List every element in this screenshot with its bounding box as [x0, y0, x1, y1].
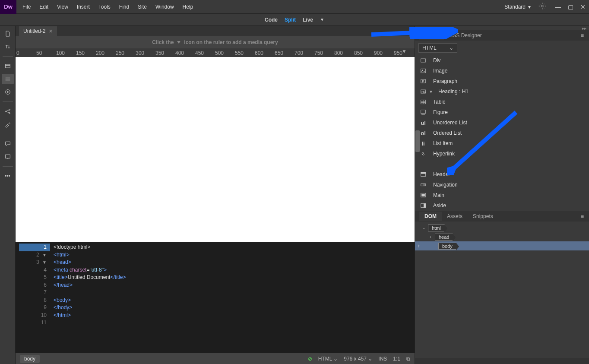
dom-node-body[interactable]: +body: [415, 241, 589, 250]
insert-table[interactable]: Table: [415, 97, 589, 107]
menu-insert[interactable]: Insert: [73, 0, 94, 14]
dom-node-head[interactable]: ›head: [415, 232, 589, 241]
insert-heading[interactable]: H1▾Heading : H1: [415, 86, 589, 97]
menu-tools[interactable]: Tools: [94, 0, 115, 14]
ruler-tick: 150: [76, 50, 85, 56]
tab-css-designer[interactable]: CSS Designer: [444, 31, 487, 40]
menu-window[interactable]: Window: [151, 0, 178, 14]
svg-rect-23: [424, 203, 425, 207]
main-icon: [419, 191, 427, 199]
insert-hyperlink[interactable]: Hyperlink: [415, 149, 589, 159]
heading-icon: H1: [419, 88, 427, 95]
close-button[interactable]: ✕: [580, 3, 586, 10]
paragraph-icon: P: [419, 77, 427, 85]
caret-right-icon[interactable]: ›: [428, 234, 433, 239]
workspace-switcher[interactable]: Standard ▾: [501, 4, 534, 10]
code-content[interactable]: <!doctype html> <html> <head> <meta char…: [50, 242, 415, 353]
view-split[interactable]: Split: [285, 17, 296, 23]
status-lang[interactable]: HTML ⌄: [318, 356, 338, 362]
expand-icon[interactable]: [2, 61, 14, 71]
insert-header[interactable]: Header: [415, 169, 589, 180]
aside-icon: [419, 202, 427, 209]
tab-dom[interactable]: DOM: [419, 212, 442, 221]
ruler-tick: 950: [394, 50, 402, 56]
eyedropper-icon[interactable]: [2, 119, 14, 130]
ruler-tick: 100: [56, 50, 65, 56]
status-ins[interactable]: INS: [378, 356, 387, 362]
design-canvas[interactable]: [16, 57, 415, 242]
ruler-tick: 700: [294, 50, 303, 56]
sync-settings-icon[interactable]: [538, 2, 546, 11]
manage-sites-icon[interactable]: [2, 41, 14, 52]
code-editor[interactable]: 1 2 ▼ 3 ▼ 4567891011 <!doctype html> <ht…: [16, 242, 415, 353]
ruler-tick: 750: [314, 50, 323, 56]
panel-collapse-icon[interactable]: ▸▸: [415, 26, 589, 30]
insert-aside[interactable]: Aside: [415, 200, 589, 211]
caret-down-icon[interactable]: ⌄: [421, 225, 426, 230]
svg-point-3: [7, 92, 8, 93]
panel-options-icon[interactable]: ≡: [576, 31, 589, 40]
menu-edit[interactable]: Edit: [35, 0, 53, 14]
menu-site[interactable]: Site: [133, 0, 151, 14]
add-node-icon[interactable]: +: [415, 243, 423, 249]
insert-main[interactable]: Main: [415, 190, 589, 200]
insert-paragraph[interactable]: PParagraph: [415, 76, 589, 86]
live-view-icon[interactable]: [2, 87, 14, 97]
view-code[interactable]: Code: [265, 17, 278, 23]
svg-text:P: P: [422, 79, 424, 83]
share-icon[interactable]: [2, 106, 14, 117]
status-device-icon[interactable]: ⧉: [406, 356, 410, 362]
svg-point-10: [422, 70, 423, 71]
view-live[interactable]: Live: [303, 17, 313, 23]
menu-bar: File Edit View Insert Tools Find Site Wi…: [18, 0, 197, 14]
div-icon: [419, 57, 427, 64]
more-icon[interactable]: •••: [2, 171, 14, 181]
menu-view[interactable]: View: [53, 0, 73, 14]
tab-assets[interactable]: Assets: [442, 212, 468, 221]
insert-figure[interactable]: Figure: [415, 107, 589, 117]
panel-footer-scrollbar[interactable]: [415, 358, 589, 364]
tab-snippets[interactable]: Snippets: [468, 212, 498, 221]
link-icon: [419, 150, 427, 158]
insert-image[interactable]: Image: [415, 66, 589, 76]
menu-file[interactable]: File: [18, 0, 35, 14]
ul-icon: ul: [419, 119, 427, 127]
scrollbar-thumb[interactable]: [415, 130, 420, 152]
document-tab[interactable]: Untitled-2 ×: [19, 26, 57, 36]
svg-rect-16: [421, 110, 426, 114]
insert-ol[interactable]: olOrdered List: [415, 128, 589, 138]
preview-icon[interactable]: [2, 152, 14, 162]
svg-point-6: [9, 113, 10, 114]
chevron-down-icon: ⌄: [449, 45, 453, 51]
header-icon: [419, 171, 427, 178]
collapse-icon[interactable]: [2, 74, 14, 84]
insert-div[interactable]: Div: [415, 55, 589, 66]
menu-find[interactable]: Find: [115, 0, 133, 14]
status-size[interactable]: 976 x 457 ⌄: [344, 356, 372, 362]
insert-li[interactable]: liList Item: [415, 138, 589, 149]
panel-options-icon[interactable]: ≡: [576, 212, 589, 221]
ruler-tick: 250: [116, 50, 124, 56]
insert-navigation[interactable]: Navigation: [415, 180, 589, 190]
svg-text:H1: H1: [421, 90, 426, 94]
li-icon: li: [419, 139, 427, 147]
svg-point-5: [9, 109, 10, 111]
minimize-button[interactable]: —: [555, 3, 561, 10]
ol-icon: ol: [419, 129, 427, 137]
menu-help[interactable]: Help: [178, 0, 198, 14]
close-tab-icon[interactable]: ×: [49, 28, 52, 35]
file-icon[interactable]: [2, 28, 14, 39]
insert-category-dropdown[interactable]: HTML⌄: [418, 43, 457, 53]
maximize-button[interactable]: ▢: [568, 3, 573, 10]
line-gutter: 1 2 ▼ 3 ▼ 4567891011: [16, 242, 50, 353]
ruler-tick: 200: [96, 50, 104, 56]
table-icon: [419, 98, 427, 106]
comment-icon[interactable]: [2, 139, 14, 149]
status-selector[interactable]: body: [20, 355, 40, 363]
ruler[interactable]: ▼ 05010015020025030035040045050055060065…: [16, 48, 415, 57]
ruler-tick: 850: [354, 50, 363, 56]
tab-insert[interactable]: Insert: [419, 31, 444, 40]
insert-ul[interactable]: ulUnordered List: [415, 117, 589, 128]
dom-node-html[interactable]: ⌄html: [415, 223, 589, 232]
view-dropdown-icon[interactable]: ▼: [320, 17, 324, 22]
